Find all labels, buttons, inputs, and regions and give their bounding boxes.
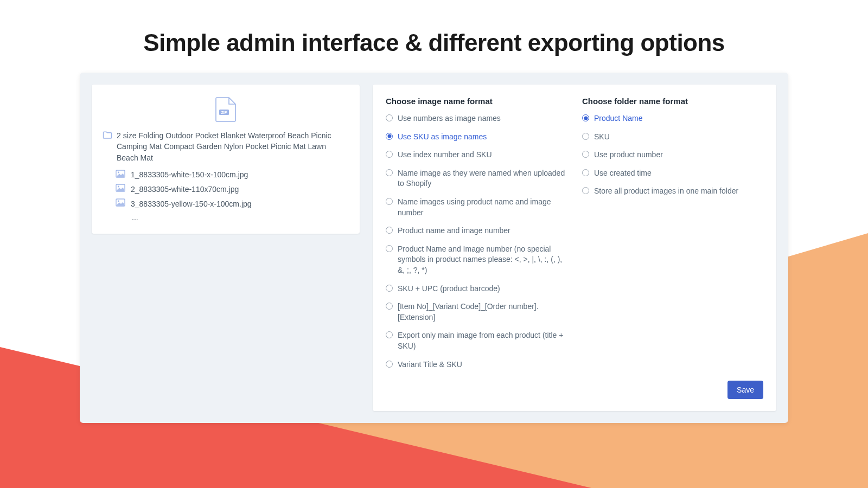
- radio-icon[interactable]: [386, 331, 393, 338]
- radio-icon[interactable]: [582, 114, 589, 121]
- export-options-card: Choose image name format Use numbers as …: [373, 85, 776, 411]
- main-surface: ZIP 2 size Folding Outdoor Pocket Blanke…: [80, 73, 788, 423]
- svg-point-5: [118, 171, 119, 173]
- folder-name-format-option-label: Use created time: [594, 168, 763, 179]
- image-file-icon: [116, 184, 125, 195]
- image-name-format-option[interactable]: [Item No]_[Variant Code]_[Order number].…: [386, 301, 567, 323]
- radio-icon[interactable]: [386, 227, 393, 234]
- image-name-format-option-label: Product name and image number: [398, 226, 567, 236]
- export-preview-card: ZIP 2 size Folding Outdoor Pocket Blanke…: [92, 85, 360, 234]
- image-name-format-option[interactable]: Use SKU as image names: [386, 132, 567, 143]
- image-name-format-option-label: Product Name and Image number (no specia…: [398, 244, 567, 276]
- folder-name-format-option-label: Store all product images in one main fol…: [594, 186, 763, 197]
- image-name-format-option-label: Variant Title & SKU: [398, 359, 567, 370]
- folder-row: 2 size Folding Outdoor Pocket Blanket Wa…: [103, 130, 349, 163]
- folder-name-format-option[interactable]: Use product number: [582, 150, 763, 160]
- file-row: 2_8833305-white-110x70cm.jpg: [116, 184, 349, 195]
- image-name-format-option-label: Use index number and SKU: [398, 150, 567, 160]
- folder-name-format-option[interactable]: Use created time: [582, 168, 763, 179]
- zip-file-icon: ZIP: [214, 97, 238, 125]
- radio-icon[interactable]: [386, 169, 393, 176]
- page-title: Simple admin interface & different expor…: [0, 0, 868, 73]
- folder-name-format-option-label: Use product number: [594, 150, 763, 160]
- folder-name-format-option-label: SKU: [594, 132, 763, 143]
- image-name-format-option-label: Name images using product name and image…: [398, 197, 567, 218]
- radio-icon[interactable]: [386, 285, 393, 292]
- image-name-format-option[interactable]: Name image as they were named when uploa…: [386, 168, 567, 189]
- image-name-format-option[interactable]: Use index number and SKU: [386, 150, 567, 160]
- image-name-format-option-label: [Item No]_[Variant Code]_[Order number].…: [398, 301, 567, 323]
- radio-icon[interactable]: [582, 133, 589, 140]
- save-button[interactable]: Save: [727, 381, 763, 399]
- image-name-format-option-label: SKU + UPC (product barcode): [398, 284, 567, 294]
- radio-icon[interactable]: [386, 133, 393, 140]
- folder-name: 2 size Folding Outdoor Pocket Blanket Wa…: [117, 130, 349, 163]
- image-name-format-option-label: Use numbers as image names: [398, 113, 567, 124]
- radio-icon[interactable]: [386, 198, 393, 205]
- radio-icon[interactable]: [582, 187, 589, 194]
- folder-name-format-option[interactable]: Store all product images in one main fol…: [582, 186, 763, 197]
- image-name-format-option[interactable]: Product name and image number: [386, 226, 567, 236]
- file-name: 3_8833305-yellow-150-x-100cm.jpg: [131, 199, 252, 210]
- radio-icon[interactable]: [386, 151, 393, 158]
- image-name-format-option-label: Use SKU as image names: [398, 132, 567, 143]
- image-name-format-option[interactable]: Variant Title & SKU: [386, 359, 567, 370]
- svg-text:ZIP: ZIP: [221, 111, 227, 114]
- folder-name-format-section: Choose folder name format Product NameSK…: [582, 97, 763, 370]
- image-name-format-options: Use numbers as image namesUse SKU as ima…: [386, 113, 567, 370]
- image-file-icon: [116, 198, 125, 210]
- image-name-format-option-label: Name image as they were named when uploa…: [398, 168, 567, 189]
- folder-name-format-title: Choose folder name format: [582, 97, 763, 106]
- image-name-format-option[interactable]: Name images using product name and image…: [386, 197, 567, 218]
- folder-icon: [103, 131, 112, 142]
- image-name-format-option[interactable]: Use numbers as image names: [386, 113, 567, 124]
- image-file-icon: [116, 170, 125, 181]
- file-row: 3_8833305-yellow-150-x-100cm.jpg: [116, 198, 349, 210]
- image-name-format-option[interactable]: Product Name and Image number (no specia…: [386, 244, 567, 276]
- image-name-format-option[interactable]: SKU + UPC (product barcode): [386, 284, 567, 294]
- folder-name-format-option-label: Product Name: [594, 113, 763, 124]
- svg-point-9: [118, 201, 119, 202]
- image-name-format-section: Choose image name format Use numbers as …: [386, 97, 567, 370]
- radio-icon[interactable]: [386, 114, 393, 121]
- file-name: 1_8833305-white-150-x-100cm.jpg: [131, 170, 248, 181]
- image-name-format-option-label: Export only main image from each product…: [398, 330, 567, 351]
- image-name-format-option[interactable]: Export only main image from each product…: [386, 330, 567, 351]
- radio-icon[interactable]: [582, 151, 589, 158]
- file-row: 1_8833305-white-150-x-100cm.jpg: [116, 170, 349, 181]
- file-name: 2_8833305-white-110x70cm.jpg: [131, 184, 239, 195]
- folder-name-format-option[interactable]: Product Name: [582, 113, 763, 124]
- radio-icon[interactable]: [386, 245, 393, 252]
- image-name-format-title: Choose image name format: [386, 97, 567, 106]
- radio-icon[interactable]: [386, 361, 393, 368]
- file-list-ellipsis: ...: [103, 213, 349, 222]
- radio-icon[interactable]: [582, 169, 589, 176]
- folder-name-format-options: Product NameSKUUse product numberUse cre…: [582, 113, 763, 197]
- folder-name-format-option[interactable]: SKU: [582, 132, 763, 143]
- file-list: 1_8833305-white-150-x-100cm.jpg2_8833305…: [103, 170, 349, 210]
- radio-icon[interactable]: [386, 303, 393, 310]
- svg-point-7: [118, 186, 119, 188]
